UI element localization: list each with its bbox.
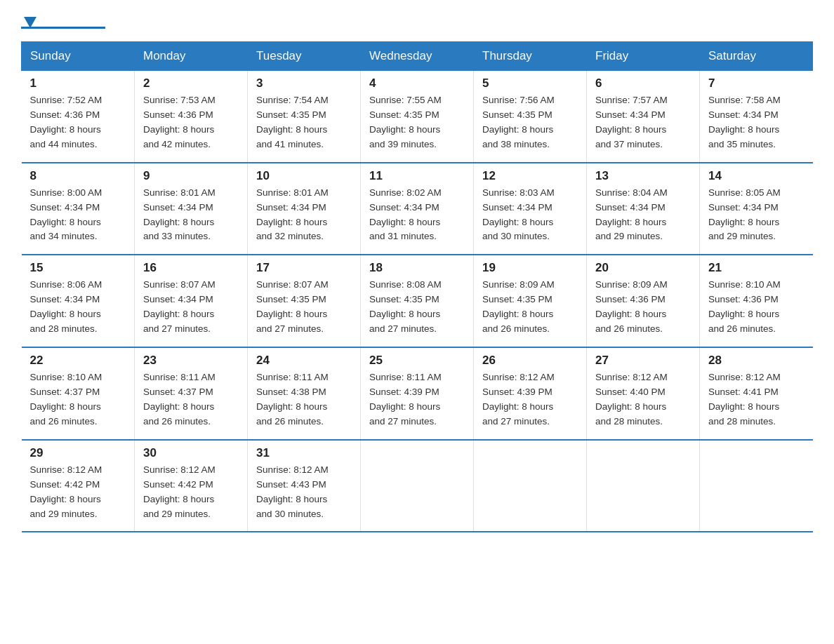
header-cell-thursday: Thursday [474,42,587,71]
calendar-cell: 18 Sunrise: 8:08 AM Sunset: 4:35 PM Dayl… [361,255,474,347]
calendar-cell: 14 Sunrise: 8:05 AM Sunset: 4:34 PM Dayl… [700,163,813,255]
header-cell-monday: Monday [135,42,248,71]
day-number: 16 [143,261,239,275]
day-number: 22 [30,354,126,368]
day-info: Sunrise: 8:03 AM Sunset: 4:34 PM Dayligh… [482,186,578,245]
calendar-cell: 16 Sunrise: 8:07 AM Sunset: 4:34 PM Dayl… [135,255,248,347]
day-info: Sunrise: 8:07 AM Sunset: 4:34 PM Dayligh… [143,278,239,337]
day-info: Sunrise: 8:00 AM Sunset: 4:34 PM Dayligh… [30,186,126,245]
logo [21,14,105,29]
day-number: 9 [143,169,239,183]
calendar-cell: 1 Sunrise: 7:52 AM Sunset: 4:36 PM Dayli… [22,71,135,163]
calendar-cell: 2 Sunrise: 7:53 AM Sunset: 4:36 PM Dayli… [135,71,248,163]
header-cell-sunday: Sunday [22,42,135,71]
calendar-cell: 13 Sunrise: 8:04 AM Sunset: 4:34 PM Dayl… [587,163,700,255]
day-number: 29 [30,446,126,460]
calendar-cell: 6 Sunrise: 7:57 AM Sunset: 4:34 PM Dayli… [587,71,700,163]
calendar-table: SundayMondayTuesdayWednesdayThursdayFrid… [21,41,813,532]
calendar-cell: 25 Sunrise: 8:11 AM Sunset: 4:39 PM Dayl… [361,347,474,440]
day-number: 26 [482,354,578,368]
day-info: Sunrise: 7:56 AM Sunset: 4:35 PM Dayligh… [482,93,578,152]
day-info: Sunrise: 8:12 AM Sunset: 4:39 PM Dayligh… [482,370,578,429]
calendar-cell [587,440,700,532]
day-info: Sunrise: 8:10 AM Sunset: 4:37 PM Dayligh… [30,370,126,429]
logo-underline [21,27,105,29]
calendar-cell [361,440,474,532]
week-row-1: 1 Sunrise: 7:52 AM Sunset: 4:36 PM Dayli… [22,71,813,163]
day-number: 31 [256,446,352,460]
day-number: 14 [708,169,805,183]
calendar-cell [700,440,813,532]
day-info: Sunrise: 8:06 AM Sunset: 4:34 PM Dayligh… [30,278,126,337]
day-info: Sunrise: 8:12 AM Sunset: 4:42 PM Dayligh… [30,463,126,522]
day-number: 24 [256,354,352,368]
day-info: Sunrise: 8:01 AM Sunset: 4:34 PM Dayligh… [256,186,352,245]
day-info: Sunrise: 7:54 AM Sunset: 4:35 PM Dayligh… [256,93,352,152]
calendar-cell: 23 Sunrise: 8:11 AM Sunset: 4:37 PM Dayl… [135,347,248,440]
day-info: Sunrise: 8:07 AM Sunset: 4:35 PM Dayligh… [256,278,352,337]
day-info: Sunrise: 8:12 AM Sunset: 4:43 PM Dayligh… [256,463,352,522]
calendar-cell: 3 Sunrise: 7:54 AM Sunset: 4:35 PM Dayli… [248,71,361,163]
calendar-cell: 29 Sunrise: 8:12 AM Sunset: 4:42 PM Dayl… [22,440,135,532]
calendar-cell: 19 Sunrise: 8:09 AM Sunset: 4:35 PM Dayl… [474,255,587,347]
header-cell-friday: Friday [587,42,700,71]
day-info: Sunrise: 7:53 AM Sunset: 4:36 PM Dayligh… [143,93,239,152]
day-info: Sunrise: 8:02 AM Sunset: 4:34 PM Dayligh… [369,186,465,245]
day-number: 21 [708,261,805,275]
day-info: Sunrise: 8:08 AM Sunset: 4:35 PM Dayligh… [369,278,465,337]
day-number: 12 [482,169,578,183]
day-info: Sunrise: 7:57 AM Sunset: 4:34 PM Dayligh… [595,93,691,152]
day-number: 8 [30,169,126,183]
calendar-header: SundayMondayTuesdayWednesdayThursdayFrid… [22,42,813,71]
calendar-body: 1 Sunrise: 7:52 AM Sunset: 4:36 PM Dayli… [22,71,813,532]
calendar-cell: 7 Sunrise: 7:58 AM Sunset: 4:34 PM Dayli… [700,71,813,163]
calendar-cell: 22 Sunrise: 8:10 AM Sunset: 4:37 PM Dayl… [22,347,135,440]
day-info: Sunrise: 8:04 AM Sunset: 4:34 PM Dayligh… [595,186,691,245]
calendar-cell: 24 Sunrise: 8:11 AM Sunset: 4:38 PM Dayl… [248,347,361,440]
week-row-3: 15 Sunrise: 8:06 AM Sunset: 4:34 PM Dayl… [22,255,813,347]
day-info: Sunrise: 7:52 AM Sunset: 4:36 PM Dayligh… [30,93,126,152]
calendar-cell: 31 Sunrise: 8:12 AM Sunset: 4:43 PM Dayl… [248,440,361,532]
calendar-cell: 8 Sunrise: 8:00 AM Sunset: 4:34 PM Dayli… [22,163,135,255]
day-number: 18 [369,261,465,275]
day-number: 1 [30,76,126,90]
calendar-cell: 15 Sunrise: 8:06 AM Sunset: 4:34 PM Dayl… [22,255,135,347]
day-number: 23 [143,354,239,368]
header-cell-tuesday: Tuesday [248,42,361,71]
calendar-cell: 28 Sunrise: 8:12 AM Sunset: 4:41 PM Dayl… [700,347,813,440]
calendar-cell: 11 Sunrise: 8:02 AM Sunset: 4:34 PM Dayl… [361,163,474,255]
day-number: 6 [595,76,691,90]
header-cell-wednesday: Wednesday [361,42,474,71]
day-number: 13 [595,169,691,183]
day-info: Sunrise: 8:12 AM Sunset: 4:42 PM Dayligh… [143,463,239,522]
calendar-cell: 27 Sunrise: 8:12 AM Sunset: 4:40 PM Dayl… [587,347,700,440]
day-info: Sunrise: 7:55 AM Sunset: 4:35 PM Dayligh… [369,93,465,152]
header-cell-saturday: Saturday [700,42,813,71]
week-row-2: 8 Sunrise: 8:00 AM Sunset: 4:34 PM Dayli… [22,163,813,255]
day-number: 25 [369,354,465,368]
calendar-cell: 21 Sunrise: 8:10 AM Sunset: 4:36 PM Dayl… [700,255,813,347]
day-number: 20 [595,261,691,275]
calendar-cell: 26 Sunrise: 8:12 AM Sunset: 4:39 PM Dayl… [474,347,587,440]
calendar-cell: 9 Sunrise: 8:01 AM Sunset: 4:34 PM Dayli… [135,163,248,255]
header-row: SundayMondayTuesdayWednesdayThursdayFrid… [22,42,813,71]
day-number: 4 [369,76,465,90]
day-number: 15 [30,261,126,275]
calendar-cell: 12 Sunrise: 8:03 AM Sunset: 4:34 PM Dayl… [474,163,587,255]
day-info: Sunrise: 8:09 AM Sunset: 4:35 PM Dayligh… [482,278,578,337]
day-number: 28 [708,354,805,368]
calendar-cell: 10 Sunrise: 8:01 AM Sunset: 4:34 PM Dayl… [248,163,361,255]
calendar-cell: 4 Sunrise: 7:55 AM Sunset: 4:35 PM Dayli… [361,71,474,163]
day-info: Sunrise: 8:12 AM Sunset: 4:40 PM Dayligh… [595,370,691,429]
day-info: Sunrise: 7:58 AM Sunset: 4:34 PM Dayligh… [708,93,805,152]
day-info: Sunrise: 8:05 AM Sunset: 4:34 PM Dayligh… [708,186,805,245]
day-number: 30 [143,446,239,460]
calendar-cell: 5 Sunrise: 7:56 AM Sunset: 4:35 PM Dayli… [474,71,587,163]
day-number: 5 [482,76,578,90]
day-info: Sunrise: 8:11 AM Sunset: 4:37 PM Dayligh… [143,370,239,429]
calendar-cell: 17 Sunrise: 8:07 AM Sunset: 4:35 PM Dayl… [248,255,361,347]
day-number: 2 [143,76,239,90]
day-number: 3 [256,76,352,90]
day-number: 17 [256,261,352,275]
day-number: 27 [595,354,691,368]
